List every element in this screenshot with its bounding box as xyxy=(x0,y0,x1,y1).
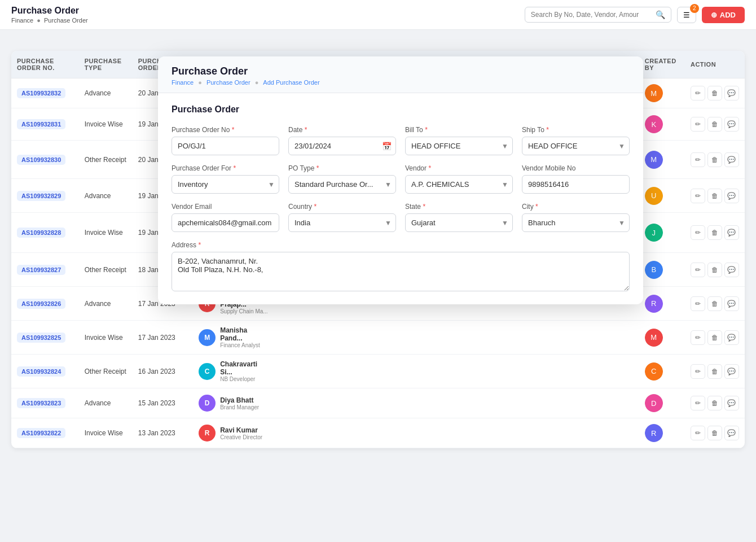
search-input[interactable] xyxy=(531,11,653,19)
edit-button[interactable]: ✏ xyxy=(691,86,705,100)
delete-button[interactable]: 🗑 xyxy=(707,117,722,132)
select-city[interactable]: Bharuch xyxy=(522,213,630,232)
label-ship-to: Ship To * xyxy=(522,126,630,134)
field-country: Country * India ▼ xyxy=(288,203,396,232)
field-po-for: Purchase Order For * Inventory ▼ xyxy=(172,164,279,194)
cell-date: 16 Jan 2023 xyxy=(133,355,193,388)
created-avatar: K xyxy=(645,115,663,133)
cell-type: Advance xyxy=(79,78,133,108)
cell-order-no: AS109932831 xyxy=(11,108,79,141)
delete-button[interactable]: 🗑 xyxy=(707,330,722,345)
vendor-name: Chakravarti Si... xyxy=(220,360,269,376)
cell-contact xyxy=(465,388,554,418)
cell-order-no: AS109932828 xyxy=(11,213,79,253)
form-row-2: Purchase Order For * Inventory ▼ PO Type… xyxy=(172,164,630,194)
delete-button[interactable]: 🗑 xyxy=(707,86,722,100)
add-label: ADD xyxy=(720,11,736,19)
input-date[interactable] xyxy=(288,137,396,155)
delete-button[interactable]: 🗑 xyxy=(707,263,722,277)
avatar-img: C xyxy=(645,362,663,381)
select-city-wrap: Bharuch ▼ xyxy=(522,213,630,232)
delete-button[interactable]: 🗑 xyxy=(707,152,722,167)
message-button[interactable]: 💬 xyxy=(724,426,739,440)
edit-button[interactable]: ✏ xyxy=(691,396,705,410)
breadcrumb-finance: Finance xyxy=(11,17,33,24)
cell-billing xyxy=(409,321,465,355)
message-button[interactable]: 💬 xyxy=(724,225,739,240)
edit-button[interactable]: ✏ xyxy=(691,296,705,311)
date-input-wrap: 📅 xyxy=(288,137,396,155)
delete-button[interactable]: 🗑 xyxy=(707,364,722,379)
field-vendor-email: Vendor Email xyxy=(172,203,279,232)
delete-button[interactable]: 🗑 xyxy=(707,426,722,440)
textarea-address[interactable]: B-202, Vachanamrut, Nr. Old Toll Plaza, … xyxy=(172,252,630,291)
cell-vendor: C Chakravarti Si... NB Developer xyxy=(193,355,274,388)
cell-gst xyxy=(275,355,351,388)
edit-button[interactable]: ✏ xyxy=(691,364,705,379)
modal-bc-finance[interactable]: Finance xyxy=(172,79,194,86)
message-button[interactable]: 💬 xyxy=(724,396,739,410)
select-bill-to[interactable]: HEAD OFFICE xyxy=(405,137,513,155)
select-ship-to-wrap: HEAD OFFICE ▼ xyxy=(522,137,630,155)
order-badge: AS109932827 xyxy=(17,265,65,275)
select-country[interactable]: India xyxy=(288,213,396,232)
delete-button[interactable]: 🗑 xyxy=(707,296,722,311)
cell-action: ✏ 🗑 💬 xyxy=(685,388,745,418)
edit-button[interactable]: ✏ xyxy=(691,117,705,132)
cell-order-no: AS109932832 xyxy=(11,78,79,108)
filter-icon: ☰ xyxy=(683,11,690,19)
label-po-for: Purchase Order For * xyxy=(172,164,279,172)
edit-button[interactable]: ✏ xyxy=(691,189,705,203)
edit-button[interactable]: ✏ xyxy=(691,330,705,345)
cell-billing xyxy=(409,388,465,418)
input-vendor-email[interactable] xyxy=(172,213,279,232)
filter-button[interactable]: ☰ 2 xyxy=(677,7,696,23)
avatar-img: M xyxy=(645,329,663,347)
vendor-name: Ravi Kumar xyxy=(220,426,262,434)
cell-status xyxy=(594,418,639,448)
field-vendor: Vendor * A.P. CHEMICALS ▼ xyxy=(405,164,513,194)
edit-button[interactable]: ✏ xyxy=(691,426,705,440)
label-date: Date * xyxy=(288,126,396,134)
cell-billing xyxy=(409,418,465,448)
message-button[interactable]: 💬 xyxy=(724,189,739,203)
modal-bc-po[interactable]: Purchase Order xyxy=(206,79,250,86)
input-vendor-mobile[interactable] xyxy=(522,175,630,194)
select-po-type[interactable]: Standard Purchase Or... xyxy=(288,175,396,194)
cell-action: ✏ 🗑 💬 xyxy=(685,108,745,141)
table-row: AS109932825 Invoice Wise 17 Jan 2023 M M… xyxy=(11,321,745,355)
message-button[interactable]: 💬 xyxy=(724,263,739,277)
delete-button[interactable]: 🗑 xyxy=(707,189,722,203)
cell-created: J xyxy=(639,213,685,253)
delete-button[interactable]: 🗑 xyxy=(707,225,722,240)
input-po-no[interactable] xyxy=(172,137,279,155)
edit-button[interactable]: ✏ xyxy=(691,225,705,240)
select-state[interactable]: Gujarat xyxy=(405,213,513,232)
field-bill-to: Bill To * HEAD OFFICE ▼ xyxy=(405,126,513,155)
cell-action: ✏ 🗑 💬 xyxy=(685,141,745,179)
message-button[interactable]: 💬 xyxy=(724,296,739,311)
field-po-no: Purchase Order No * xyxy=(172,126,279,155)
select-vendor[interactable]: A.P. CHEMICALS xyxy=(405,175,513,194)
edit-button[interactable]: ✏ xyxy=(691,152,705,167)
table-row: AS109932823 Advance 15 Jan 2023 D Diya B… xyxy=(11,388,745,418)
search-box[interactable]: 🔍 xyxy=(525,7,671,23)
add-button[interactable]: ⊕ ADD xyxy=(702,7,745,23)
delete-button[interactable]: 🗑 xyxy=(707,396,722,410)
created-avatar: B xyxy=(645,261,663,279)
message-button[interactable]: 💬 xyxy=(724,330,739,345)
message-button[interactable]: 💬 xyxy=(724,152,739,167)
cell-type: Invoice Wise xyxy=(79,213,133,253)
vendor-avatar: M xyxy=(199,329,216,346)
message-button[interactable]: 💬 xyxy=(724,364,739,379)
action-icons: ✏ 🗑 💬 xyxy=(691,296,739,311)
vendor-avatar: R xyxy=(199,425,216,442)
message-button[interactable]: 💬 xyxy=(724,117,739,132)
vendor-avatar: D xyxy=(199,395,216,412)
field-date: Date * 📅 xyxy=(288,126,396,155)
cell-status xyxy=(594,388,639,418)
select-ship-to[interactable]: HEAD OFFICE xyxy=(522,137,630,155)
message-button[interactable]: 💬 xyxy=(724,86,739,100)
select-po-for[interactable]: Inventory xyxy=(172,175,279,194)
edit-button[interactable]: ✏ xyxy=(691,263,705,277)
